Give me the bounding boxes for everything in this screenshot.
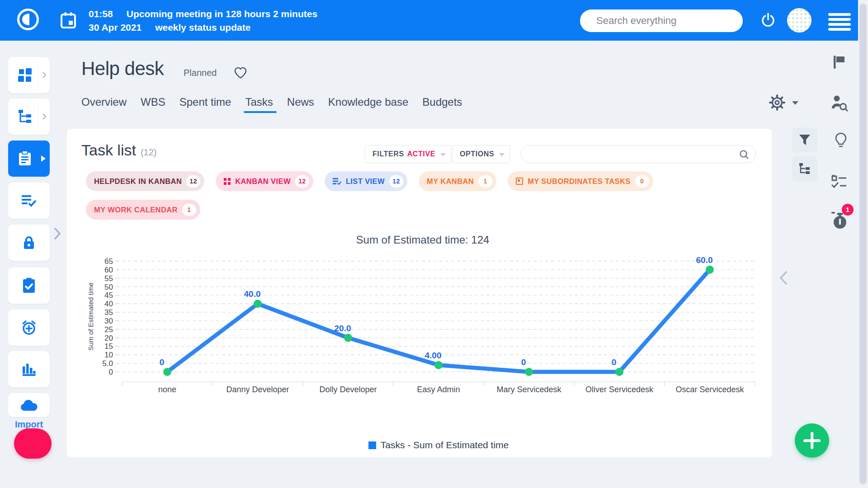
page-title: Help desk [81,58,164,80]
options-label: OPTIONS [460,150,494,158]
y-tick-label: 35 [104,308,113,317]
chip-label: MY KANBAN [427,177,474,186]
clock-time: 01:58 [89,9,113,19]
filter-chip-my-work-calendar[interactable]: MY WORK CALENDAR 1 [86,200,200,220]
favorite-heart-icon[interactable] [233,66,248,81]
power-icon[interactable] [760,12,776,28]
chart-legend[interactable]: Tasks - Sum of Estimated time [122,440,755,450]
checklist-icon[interactable] [831,174,847,191]
meeting-title: weekly status update [155,22,250,33]
menu-icon[interactable] [828,13,851,33]
sidebar: Import [0,41,67,488]
y-tick-label: 5.0 [102,359,113,368]
tab-news[interactable]: News [287,96,314,108]
sidebar-item-reports[interactable] [8,351,50,387]
chart-point[interactable] [163,368,171,376]
filters-button[interactable]: FILTERS ACTIVE [365,145,451,163]
tab-tasks[interactable]: Tasks [245,96,273,108]
y-tick-label: 45 [104,291,113,300]
flag-icon[interactable] [833,55,845,70]
chart-point[interactable] [525,368,533,376]
x-axis-label: Oscar Servicedesk [675,385,744,394]
lightbulb-icon[interactable] [834,132,848,151]
kanban-icon [224,178,231,185]
chevron-down-icon [499,153,505,156]
saved-filters-row-2: MY WORK CALENDAR 1 [86,200,200,220]
chip-label: HELPDESK IN KANBAN [94,177,182,186]
y-tick-label: 40 [104,300,113,308]
chart-point[interactable] [615,368,623,376]
sidebar-item-tasks[interactable] [8,141,50,177]
tab-budgets[interactable]: Budgets [422,96,462,108]
chip-label: MY SUBORDINATES TASKS [528,177,631,186]
tab-spent-time[interactable]: Spent time [179,96,231,108]
avatar[interactable] [787,8,811,33]
timer-notification-badge[interactable]: 1 [842,204,854,216]
task-list-card: Task list (12) FILTERS ACTIVE OPTIONS HE… [67,129,772,457]
chart-point[interactable] [706,266,714,274]
chip-count: 0 [635,175,649,188]
x-axis-label: Danny Developer [226,385,289,394]
chat-button[interactable] [14,428,52,459]
filter-chip-helpdesk-in-kanban[interactable]: HELPDESK IN KANBAN 12 [86,171,204,191]
chart-title: Sum of Estimated time: 124 [86,234,760,246]
chip-count: 1 [478,175,492,188]
sidebar-item-add-timer[interactable] [8,310,50,346]
filter-chip-list-view[interactable]: LIST VIEW 12 [325,171,407,191]
chart-point[interactable] [254,300,262,308]
chevron-down-icon[interactable] [792,101,798,105]
chevron-right-icon [42,113,47,120]
point-label: 60.0 [696,255,713,265]
calendar-icon[interactable] [60,12,76,29]
scrollbar-thumb[interactable] [859,4,867,484]
filters-label: FILTERS [373,150,404,158]
y-tick-label: 25 [104,325,113,334]
project-tabs: Overview WBS Spent time Tasks News Knowl… [81,96,462,108]
lock-icon [22,235,36,250]
tab-overview[interactable]: Overview [81,96,127,108]
chart-point[interactable] [344,334,352,342]
scrollbar-track [858,0,868,488]
y-tick-label: 30 [104,317,113,325]
meeting-countdown: Upcoming meeting in 128 hours 2 minutes [127,9,317,19]
chart-point[interactable] [434,361,443,369]
add-button[interactable] [795,423,829,458]
x-axis-label: none [158,385,176,394]
topbar-meeting-row2: 30 Apr 2021weekly status update [89,22,250,33]
filter-chip-my-subordinates-tasks[interactable]: MY SUBORDINATES TASKS 0 [508,171,653,191]
y-tick-label: 60 [104,266,113,274]
sidebar-expand-chevron[interactable] [53,227,61,242]
sidebar-item-private[interactable] [8,225,50,261]
tab-knowledge-base[interactable]: Knowledge base [328,96,408,108]
saved-filters-row: HELPDESK IN KANBAN 12 KANBAN VIEW 12 LIS… [86,171,653,191]
tree-view-button[interactable] [792,156,817,181]
point-label: 40.0 [244,289,261,299]
sidebar-item-dashboard[interactable] [8,57,50,93]
sidebar-item-approvals[interactable] [8,267,50,304]
legend-swatch [368,441,376,449]
sidebar-item-import[interactable] [8,393,50,417]
sidebar-item-task-list[interactable] [8,183,50,219]
global-search-input[interactable] [580,9,743,32]
filter-chip-my-kanban[interactable]: MY KANBAN 1 [419,171,496,191]
topbar: 01:58Upcoming meeting in 128 hours 2 min… [0,0,868,41]
chip-label: LIST VIEW [346,177,385,186]
options-button[interactable]: OPTIONS [452,145,510,163]
divider [38,62,38,88]
meeting-date: 30 Apr 2021 [89,22,142,33]
search-icon[interactable] [739,150,749,160]
filter-button[interactable] [792,127,817,153]
chip-count: 1 [182,204,196,216]
app-logo[interactable] [16,8,40,31]
y-tick-label: 55 [104,274,113,283]
tab-wbs[interactable]: WBS [141,96,165,108]
tree-icon [18,109,32,124]
user-search-icon[interactable] [831,94,848,113]
settings-gear-icon[interactable] [769,94,786,113]
x-axis-label: Mary Servicedesk [496,385,561,394]
sidebar-item-wbs-tree[interactable] [8,99,50,135]
chart-prev-chevron[interactable] [778,270,788,287]
filter-chip-kanban-view[interactable]: KANBAN VIEW 12 [216,171,313,191]
task-search-input[interactable] [521,145,755,163]
alarm-plus-icon [21,319,37,336]
